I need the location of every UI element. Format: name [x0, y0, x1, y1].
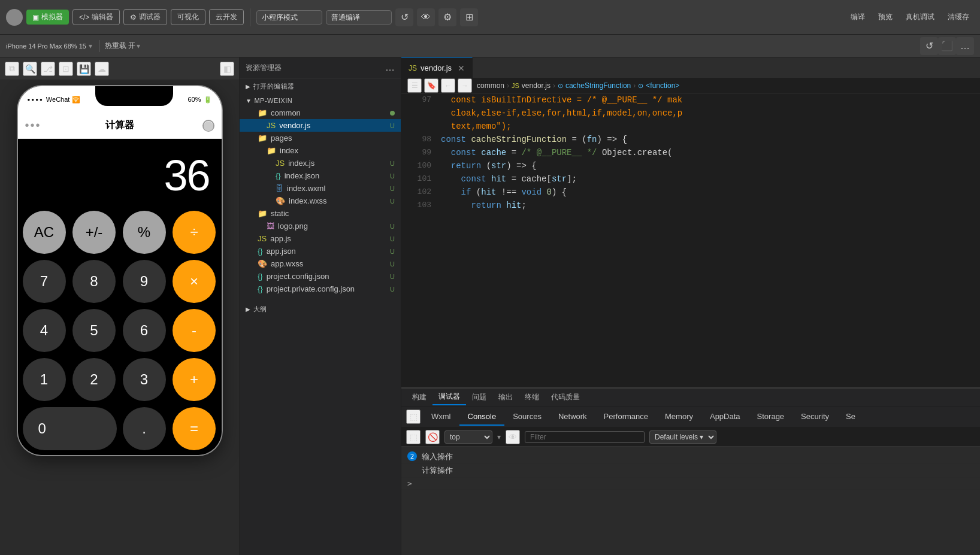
eye-toggle-btn[interactable]: 👁: [506, 430, 520, 444]
btn-1[interactable]: 1: [23, 358, 66, 401]
devtools-tab-se[interactable]: Se: [837, 408, 864, 426]
btn-5[interactable]: 5: [72, 309, 116, 352]
eye-btn[interactable]: 👁: [417, 8, 435, 26]
nav-back-btn[interactable]: ☰: [407, 78, 422, 93]
stop-btn[interactable]: ⬛: [938, 37, 956, 55]
btn-2[interactable]: 2: [72, 358, 116, 401]
code-area[interactable]: 97 const isBuiltInDirective = /* @__PURE…: [401, 93, 980, 387]
more-btn[interactable]: …: [956, 37, 974, 55]
btn-7[interactable]: 7: [23, 260, 66, 303]
btn-8[interactable]: 8: [72, 260, 116, 303]
devtools-tab-performance[interactable]: Performance: [595, 408, 657, 426]
btn-ac[interactable]: AC: [23, 211, 66, 254]
section-tab-build[interactable]: 构建: [406, 390, 432, 405]
btn-6[interactable]: 6: [123, 309, 166, 352]
preview-btn[interactable]: 预览: [873, 10, 897, 25]
split-btn[interactable]: ⊡: [59, 62, 73, 76]
devtools-tab-appdata[interactable]: AppData: [701, 408, 749, 426]
editor-icon: </>: [79, 13, 89, 22]
outline-section[interactable]: ▶ 大纲: [240, 301, 401, 316]
console-block-btn[interactable]: 🚫: [425, 430, 440, 444]
console-prompt-line[interactable]: >: [401, 478, 980, 490]
btn-minus[interactable]: -: [173, 309, 216, 352]
section-tab-output[interactable]: 输出: [492, 390, 519, 405]
layers-btn[interactable]: ⊞: [460, 8, 478, 26]
battery-icon: 🔋: [204, 96, 212, 104]
file-vendor-js[interactable]: JS vendor.js U: [240, 119, 401, 132]
back-btn[interactable]: ←: [441, 78, 455, 93]
devtools-tab-storage[interactable]: Storage: [749, 408, 793, 426]
btn-plusminus[interactable]: +/-: [72, 211, 116, 254]
real-debug-btn[interactable]: 真机调试: [901, 10, 939, 25]
console-line-2: 计算操作: [401, 464, 980, 478]
devtools-tab-security[interactable]: Security: [793, 408, 837, 426]
explorer-more[interactable]: …: [385, 62, 395, 73]
file-project-config[interactable]: {} project.config.json U: [240, 270, 401, 283]
branch-btn[interactable]: ⎇: [41, 62, 55, 76]
tab-close-btn[interactable]: ✕: [458, 63, 465, 73]
devtools-tab-console[interactable]: Console: [459, 408, 505, 426]
file-app-json[interactable]: {} app.json U: [240, 245, 401, 257]
devtools-tab-memory[interactable]: Memory: [657, 408, 701, 426]
mp-weixin-section[interactable]: ▼ MP-WEIXIN: [240, 93, 401, 107]
translate-dropdown[interactable]: 普通编译: [326, 10, 392, 25]
btn-divide[interactable]: ÷: [173, 211, 216, 254]
cloud-btn[interactable]: 云开发: [209, 9, 244, 25]
console-panel-btn[interactable]: ⬚: [406, 430, 421, 444]
open-editors-section[interactable]: ▶ 打开的编辑器: [240, 78, 401, 93]
btn-9[interactable]: 9: [123, 260, 166, 303]
file-index-js[interactable]: JS index.js U: [240, 157, 401, 169]
btn-3[interactable]: 3: [123, 358, 166, 401]
forward-btn[interactable]: →: [458, 78, 472, 93]
simulator-btn[interactable]: ▣ 模拟器: [26, 10, 69, 25]
folder-common[interactable]: 📁 common: [240, 107, 401, 119]
file-project-private-config[interactable]: {} project.private.config.json U: [240, 283, 401, 295]
calc-display: 36: [18, 139, 222, 206]
btn-dot[interactable]: .: [123, 407, 166, 450]
visual-btn[interactable]: 可视化: [171, 9, 205, 25]
folder-static[interactable]: 📁 static: [240, 207, 401, 220]
file-index-json[interactable]: {} index.json U: [240, 169, 401, 182]
file-index-wxss[interactable]: 🎨 index.wxss U: [240, 195, 401, 207]
btn-plus[interactable]: +: [173, 358, 216, 401]
folder-index[interactable]: 📁 index: [240, 144, 401, 157]
devtools-section: 构建 调试器 问题 输出 终端 代码质量 ⬚ Wxml Console Sour…: [401, 387, 980, 555]
section-tab-terminal[interactable]: 终端: [519, 390, 545, 405]
section-tab-problems[interactable]: 问题: [466, 390, 492, 405]
settings-btn[interactable]: ⚙: [438, 8, 456, 26]
cloud2-btn[interactable]: ☁: [95, 62, 109, 76]
copy-btn[interactable]: ⧉: [5, 62, 19, 76]
file-app-js[interactable]: JS app.js U: [240, 232, 401, 245]
reload-btn[interactable]: ↺: [920, 37, 938, 55]
file-app-wxss[interactable]: 🎨 app.wxss U: [240, 257, 401, 270]
btn-percent[interactable]: %: [123, 211, 166, 254]
record-btn[interactable]: ⬤: [202, 120, 214, 132]
file-logo-png[interactable]: 🖼 logo.png U: [240, 220, 401, 232]
debugger-btn[interactable]: ⚙ 调试器: [123, 9, 167, 25]
save-btn[interactable]: 💾: [77, 62, 91, 76]
compile-btn[interactable]: 编译: [846, 10, 870, 25]
editor-btn[interactable]: </> 编辑器: [72, 9, 120, 25]
devtools-inspect-btn[interactable]: ⬚: [406, 410, 421, 424]
context-select[interactable]: top: [444, 430, 492, 444]
refresh-btn[interactable]: ↺: [395, 8, 413, 26]
sidebar-toggle[interactable]: ◧: [220, 62, 234, 76]
folder-pages[interactable]: 📁 pages: [240, 132, 401, 144]
mode-dropdown[interactable]: 小程序模式: [256, 10, 322, 25]
btn-equals[interactable]: =: [173, 407, 216, 450]
tab-vendor-js[interactable]: JS vendor.js ✕: [401, 57, 473, 78]
devtools-tab-network[interactable]: Network: [550, 408, 595, 426]
search-btn[interactable]: 🔍: [23, 62, 37, 76]
section-tab-debugger[interactable]: 调试器: [432, 389, 466, 405]
devtools-tab-sources[interactable]: Sources: [504, 408, 550, 426]
section-tab-code-quality[interactable]: 代码质量: [545, 390, 586, 405]
btn-0[interactable]: 0: [23, 407, 117, 450]
devtools-tab-wxml[interactable]: Wxml: [423, 408, 459, 426]
levels-select[interactable]: Default levels ▾: [649, 430, 716, 444]
clear-btn[interactable]: 清缓存: [943, 10, 974, 25]
btn-multiply[interactable]: ×: [173, 260, 216, 303]
btn-4[interactable]: 4: [23, 309, 66, 352]
file-index-wxml[interactable]: 🗄 index.wxml U: [240, 182, 401, 195]
bookmark-btn[interactable]: 🔖: [424, 78, 438, 93]
console-filter-input[interactable]: [525, 431, 645, 443]
